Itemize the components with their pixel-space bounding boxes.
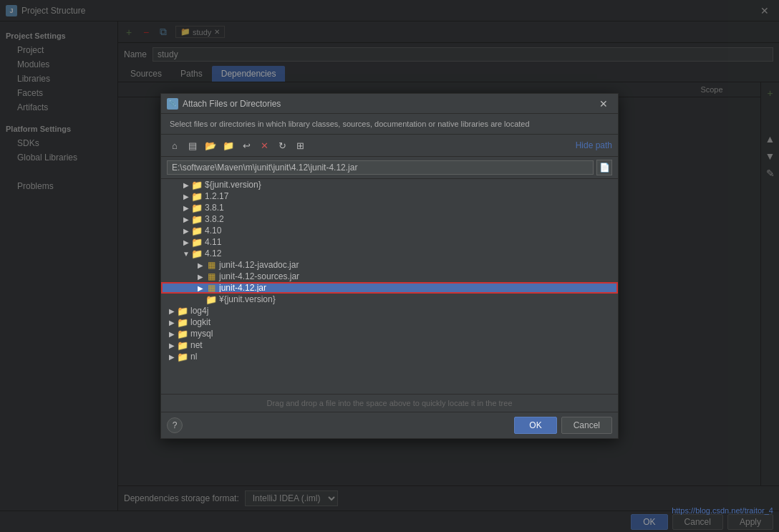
tree-item-log4j[interactable]: ▶📁log4j	[161, 305, 618, 316]
tree-label-1-2-17: 1.2.17	[205, 191, 228, 201]
tree-item-junit-412-javadoc[interactable]: ▶▦junit-4.12-javadoc.jar	[161, 259, 618, 271]
tree-label-junit-412-sources: junit-4.12-sources.jar	[219, 271, 299, 281]
modal-ok-btn[interactable]: OK	[514, 417, 556, 434]
tree-item-3-8-1[interactable]: ▶📁3.8.1	[161, 202, 618, 213]
tree-arrow-3-8-2[interactable]: ▶	[181, 214, 191, 224]
tree-item-4-12[interactable]: ▼📁4.12	[161, 248, 618, 259]
tree-item-1-2-17[interactable]: ▶📁1.2.17	[161, 190, 618, 202]
tree-item-junit-412-sources[interactable]: ▶▦junit-4.12-sources.jar	[161, 271, 618, 282]
tree-item-nl[interactable]: ▶📁nl	[161, 351, 618, 362]
tree-label-3-8-2: 3.8.2	[205, 214, 224, 224]
tree-arrow-net[interactable]: ▶	[167, 340, 177, 350]
modal-close-button[interactable]: ✕	[595, 97, 612, 111]
jar-icon-junit-412-jar: ▦	[205, 283, 217, 293]
folder-icon-3-8-1: 📁	[191, 203, 203, 213]
delete-btn[interactable]: ✕	[256, 137, 272, 153]
home-btn[interactable]: ⌂	[167, 137, 183, 153]
folder-icon-junit-version2: 📁	[205, 294, 217, 304]
tree-label-4-11: 4.11	[205, 237, 221, 247]
hide-path-link[interactable]: Hide path	[576, 140, 612, 150]
watermark: https://blog.csdn.net/traitor_4	[672, 506, 773, 515]
path-input[interactable]	[167, 160, 594, 175]
tree-arrow-logkit[interactable]: ▶	[167, 317, 177, 327]
folder-icon-4-10: 📁	[191, 226, 203, 236]
folder-icon-junit-version: 📁	[191, 180, 203, 190]
tree-label-nl: nl	[190, 352, 197, 362]
file-tree[interactable]: ▶📁${junit.version}▶📁1.2.17▶📁3.8.1▶📁3.8.2…	[161, 179, 618, 394]
tree-arrow-mysql[interactable]: ▶	[167, 329, 177, 339]
tree-label-4-12: 4.12	[205, 248, 221, 258]
tree-item-mysql[interactable]: ▶📁mysql	[161, 328, 618, 339]
tree-label-junit-412-javadoc: junit-4.12-javadoc.jar	[219, 260, 299, 270]
folder-new-btn[interactable]: 📁	[221, 137, 236, 153]
tree-item-3-8-2[interactable]: ▶📁3.8.2	[161, 213, 618, 225]
modal-icon: 📎	[167, 98, 178, 110]
expand-btn[interactable]: ⊞	[292, 137, 308, 153]
modal-overlay: 📎 Attach Files or Directories ✕ Select f…	[0, 0, 779, 532]
tree-arrow-junit-version[interactable]: ▶	[181, 180, 191, 190]
tree-label-mysql: mysql	[190, 329, 213, 339]
modal-title-bar: 📎 Attach Files or Directories ✕	[161, 94, 618, 114]
tree-arrow-junit-412-jar[interactable]: ▶	[195, 283, 205, 293]
modal-cancel-btn[interactable]: Cancel	[561, 417, 612, 434]
folder-icon-4-12: 📁	[191, 248, 203, 258]
folder-icon-logkit: 📁	[177, 317, 188, 327]
tree-arrow-nl[interactable]: ▶	[167, 352, 177, 362]
tree-arrow-4-10[interactable]: ▶	[181, 226, 191, 236]
list-btn[interactable]: ▤	[185, 137, 200, 153]
folder-icon-log4j: 📁	[177, 306, 188, 316]
tree-label-3-8-1: 3.8.1	[205, 203, 224, 213]
tree-item-logkit[interactable]: ▶📁logkit	[161, 316, 618, 328]
jar-icon-junit-412-javadoc: ▦	[205, 260, 217, 270]
tree-label-logkit: logkit	[190, 317, 211, 327]
tree-arrow-4-11[interactable]: ▶	[181, 237, 191, 247]
tree-arrow-log4j[interactable]: ▶	[167, 306, 177, 316]
folder-icon-3-8-2: 📁	[191, 214, 203, 224]
tree-label-log4j: log4j	[190, 306, 208, 316]
modal-bottom: ? OK Cancel	[161, 412, 618, 438]
attach-files-modal: 📎 Attach Files or Directories ✕ Select f…	[160, 93, 619, 439]
modal-help-btn[interactable]: ?	[167, 417, 183, 433]
tree-arrow-3-8-1[interactable]: ▶	[181, 203, 191, 213]
path-row: 📄	[161, 157, 618, 179]
file-toolbar: ⌂ ▤ 📂 📁 ↩ ✕ ↻ ⊞ Hide path	[161, 135, 618, 157]
tree-arrow-4-12[interactable]: ▼	[181, 248, 191, 258]
refresh-btn[interactable]: ↻	[274, 137, 290, 153]
folder-icon-4-11: 📁	[191, 237, 203, 247]
tree-item-junit-version2[interactable]: 📁¥{junit.version}	[161, 294, 618, 305]
modal-description: Select files or directories in which lib…	[161, 114, 618, 135]
tree-item-junit-412-jar[interactable]: ▶▦junit-4.12.jar	[161, 282, 618, 294]
tree-item-junit-version[interactable]: ▶📁${junit.version}	[161, 179, 618, 190]
tree-arrow-junit-412-javadoc[interactable]: ▶	[195, 260, 205, 270]
tree-arrow-1-2-17[interactable]: ▶	[181, 191, 191, 201]
tree-label-net: net	[190, 340, 203, 350]
path-browse-btn[interactable]: 📄	[596, 160, 612, 175]
tree-label-4-10: 4.10	[205, 226, 221, 236]
jar-icon-junit-412-sources: ▦	[205, 271, 217, 281]
folder-icon-mysql: 📁	[177, 329, 188, 339]
tree-item-net[interactable]: ▶📁net	[161, 339, 618, 351]
tree-item-4-11[interactable]: ▶📁4.11	[161, 236, 618, 248]
tree-arrow-junit-412-sources[interactable]: ▶	[195, 271, 205, 281]
folder-icon-net: 📁	[177, 340, 188, 350]
folder-open-btn[interactable]: 📂	[203, 137, 218, 153]
back-btn[interactable]: ↩	[238, 137, 254, 153]
folder-icon-nl: 📁	[177, 352, 188, 362]
tree-label-junit-412-jar: junit-4.12.jar	[219, 283, 266, 293]
folder-icon-1-2-17: 📁	[191, 191, 203, 201]
tree-label-junit-version: ${junit.version}	[205, 180, 261, 190]
modal-title: Attach Files or Directories	[183, 99, 595, 109]
tree-item-4-10[interactable]: ▶📁4.10	[161, 225, 618, 236]
tree-label-junit-version2: ¥{junit.version}	[219, 294, 276, 304]
drag-hint: Drag and drop a file into the space abov…	[161, 394, 618, 412]
